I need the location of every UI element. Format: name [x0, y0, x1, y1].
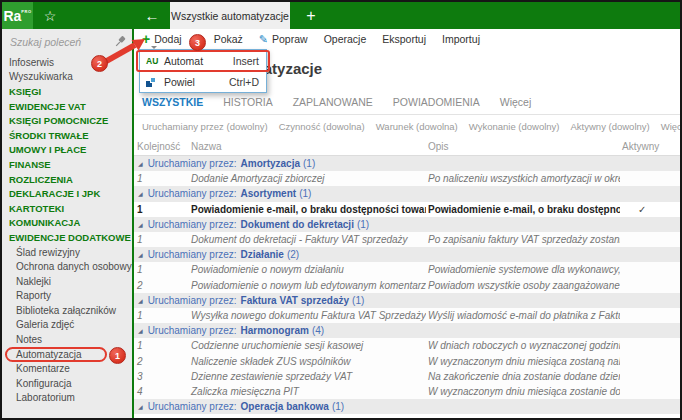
sidebar-item-slad-rewizyjny[interactable]: Ślad rewizyjny — [2, 245, 132, 260]
collapse-triangle-icon[interactable]: ◢ — [138, 403, 143, 410]
sidebar-item-raporty[interactable]: Raporty — [2, 289, 132, 304]
cell-opis: W wyznaczonym dniu miesiąca zostanie dod… — [426, 386, 620, 397]
group-row-dokument-do-dekretacji[interactable]: ◢Uruchamiany przez:Dokument do dekretacj… — [134, 217, 682, 232]
sidebar-item-kartoteki[interactable]: KARTOTEKI — [2, 201, 132, 216]
sidebar-item-ksie-gi-pomocnicze[interactable]: KSIĘGI POMOCNICZE — [2, 113, 132, 128]
table-row[interactable]: 1Powiadomienie o nowym działaniuPowiadom… — [134, 262, 682, 277]
dropdown-item-powiel[interactable]: PowielCtrl+D — [140, 71, 266, 92]
cell-nazwa: Codzienne uruchomienie sesji kasowej — [189, 340, 426, 351]
tab-historia[interactable]: HISTORIA — [223, 96, 272, 108]
sidebar-item-komentarze[interactable]: Komentarze — [2, 361, 132, 376]
favorites-star-icon[interactable]: ☆ — [33, 2, 67, 29]
pin-icon[interactable] — [115, 33, 126, 51]
group-row-harmonogram[interactable]: ◢Uruchamiany przez:Harmonogram(4) — [134, 323, 682, 338]
sidebar-item-deklaracje-i-jpk[interactable]: DEKLARACJE I JPK — [2, 186, 132, 201]
toolbar-dodaj-button[interactable]: +Dodaj — [142, 32, 182, 46]
new-tab-button[interactable]: + — [298, 2, 324, 29]
table-row[interactable]: 4Zaliczka miesięczna PITW wyznaczonym dn… — [134, 384, 682, 399]
group-name: Działanie — [241, 249, 284, 260]
group-name: Dokument do dekretacji — [241, 219, 354, 230]
filter-warunek-dowolna[interactable]: Warunek (dowolna) — [376, 121, 458, 132]
sidebar-item-notes[interactable]: Notes — [2, 332, 132, 347]
collapse-triangle-icon[interactable]: ◢ — [138, 327, 143, 334]
group-prefix: Uruchamiany przez: — [148, 325, 237, 336]
tab-wszystkie-automatyzacje[interactable]: Wszystkie automatyzacje — [170, 2, 290, 29]
tab-powiadomienia[interactable]: POWIADOMIENIA — [393, 96, 480, 108]
collapse-triangle-icon[interactable]: ◢ — [138, 160, 143, 167]
collapse-triangle-icon[interactable]: ◢ — [138, 251, 143, 258]
plus-icon: + — [142, 32, 150, 46]
sidebar-item-ewidencje-dodatkowe[interactable]: EWIDENCJE DODATKOWE — [2, 230, 132, 245]
group-count: (1) — [332, 401, 344, 412]
collapse-triangle-icon[interactable]: ◢ — [138, 297, 143, 304]
cell-nazwa: Zaliczka miesięczna PIT — [189, 386, 426, 397]
sidebar-item-komunikacja[interactable]: KOMUNIKACJA — [2, 216, 132, 231]
annotation-step-1-number: 1 — [115, 351, 120, 361]
view-tabs: WSZYSTKIEHISTORIAZAPLANOWANEPOWIADOMIENI… — [134, 90, 682, 115]
command-search-input[interactable] — [8, 35, 113, 49]
cell-nazwa: Dzienne zestawienie sprzedaży VAT — [189, 371, 426, 382]
sidebar-item-galeria-zdje-c[interactable]: Galeria zdjęć — [2, 318, 132, 333]
group-row-dzialanie[interactable]: ◢Uruchamiany przez:Działanie(2) — [134, 247, 682, 262]
tab-wszystkie[interactable]: WSZYSTKIE — [142, 96, 203, 108]
group-row-amortyzacja[interactable]: ◢Uruchamiany przez:Amortyzacja(1) — [134, 156, 682, 171]
table-row[interactable]: 2Naliczenie składek ZUS wspólnikówW wyzn… — [134, 353, 682, 368]
table-row[interactable]: 1Dokument do dekretacji - Faktury VAT sp… — [134, 232, 682, 247]
table-row[interactable]: 2Powiadomienie o nowym lub edytowanym ko… — [134, 278, 682, 293]
sidebar-item-ochrona-danych-osobowych[interactable]: Ochrona danych osobowych — [2, 259, 132, 274]
cell-kolejnosc: 1 — [134, 340, 189, 351]
table-row[interactable]: 1Dodanie Amortyzacji zbiorczejPo nalicze… — [134, 171, 682, 186]
group-count: (4) — [312, 325, 324, 336]
table-row[interactable]: 1Wysyłka nowego dokumentu Faktura VAT Sp… — [134, 308, 682, 323]
column-header-aktywny[interactable]: Aktywny — [620, 141, 680, 152]
filter-wie-cej[interactable]: Więcej — [661, 121, 682, 132]
sidebar-item-srodki-trwale[interactable]: ŚRODKI TRWAŁE — [2, 128, 132, 143]
sidebar-item-wyszukiwarka[interactable]: Wyszukiwarka — [2, 70, 132, 85]
sidebar-item-umowy-i-place[interactable]: UMOWY I PŁACE — [2, 143, 132, 158]
filter-wykonanie-dowolny[interactable]: Wykonanie (dowolny) — [469, 121, 560, 132]
sidebar-item-infoserwis[interactable]: Infoserwis — [2, 55, 132, 70]
sidebar-item-laboratorium[interactable]: Laboratorium — [2, 391, 132, 406]
sidebar-item-naklejki[interactable]: Naklejki — [2, 274, 132, 289]
collapse-triangle-icon[interactable]: ◢ — [138, 221, 143, 228]
group-row-faktura-vat-sprzedazy[interactable]: ◢Uruchamiany przez:Faktura VAT sprzedaży… — [134, 293, 682, 308]
toolbar-operacje-button[interactable]: Operacje — [324, 33, 367, 45]
table-row[interactable]: 1Codzienne uruchomienie sesji kasowejW d… — [134, 338, 682, 353]
sidebar-item-konfiguracja[interactable]: Konfiguracja — [2, 376, 132, 391]
cell-opis: Na zakończenie dnia zostanie dodane dzie… — [426, 371, 620, 382]
tab-wie-cej[interactable]: Więcej — [500, 96, 532, 108]
column-header-opis[interactable]: Opis — [426, 141, 620, 152]
column-header-kolejnosc[interactable]: Kolejność — [134, 141, 189, 152]
table-row[interactable]: 1Powiadomienie e-mail, o braku dostępnoś… — [134, 202, 682, 217]
tab-title: Wszystkie automatyzacje — [171, 10, 289, 22]
back-arrow-icon: ← — [145, 7, 160, 24]
toolbar-eksportuj-button[interactable]: Eksportuj — [382, 33, 426, 45]
app-logo[interactable]: RaPRO — [2, 2, 33, 29]
filter-uruchamiany-przez-dowolny[interactable]: Uruchamiany przez (dowolny) — [142, 121, 268, 132]
collapse-triangle-icon[interactable]: ◢ — [138, 190, 143, 197]
column-header-nazwa[interactable]: Nazwa — [189, 141, 426, 152]
table-row[interactable]: 3Dzienne zestawienie sprzedaży VATNa zak… — [134, 369, 682, 384]
group-name: Asortyment — [241, 188, 297, 199]
toolbar-popraw-button[interactable]: ✎Popraw — [259, 33, 308, 45]
table-body: ◢Uruchamiany przez:Amortyzacja(1)1Dodani… — [134, 156, 682, 418]
cell-nazwa: Wysyłka nowego dokumentu Faktura VAT Spr… — [189, 310, 426, 321]
group-row-asortyment[interactable]: ◢Uruchamiany przez:Asortyment(1) — [134, 186, 682, 201]
copy-square-front — [150, 77, 156, 83]
sidebar-item-ksie-gi[interactable]: KSIĘGI — [2, 84, 132, 99]
back-button[interactable]: ← — [140, 2, 164, 29]
sidebar-item-rozliczenia[interactable]: ROZLICZENIA — [2, 172, 132, 187]
filter-aktywny-dowolny[interactable]: Aktywny (dowolny) — [571, 121, 650, 132]
sidebar-item-biblioteka-zala-cznikow[interactable]: Biblioteka załączników — [2, 303, 132, 318]
group-count: (2) — [287, 249, 299, 260]
cell-kolejnosc: 2 — [134, 280, 189, 291]
table-header: KolejnośćNazwaOpisAktywny — [134, 137, 682, 156]
filter-czynnosc-dowolna[interactable]: Czynność (dowolna) — [279, 121, 365, 132]
sidebar-item-ewidencje-vat[interactable]: EWIDENCJE VAT — [2, 99, 132, 114]
group-row-operacja-bankowa[interactable]: ◢Uruchamiany przez:Operacja bankowa(1) — [134, 399, 682, 414]
sidebar-item-finanse[interactable]: FINANSE — [2, 157, 132, 172]
cell-nazwa: Dodanie Amortyzacji zbiorczej — [189, 173, 426, 184]
toolbar-importuj-button[interactable]: Importuj — [442, 33, 480, 45]
annotation-step-2-number: 2 — [97, 59, 102, 69]
tab-zaplanowane[interactable]: ZAPLANOWANE — [293, 96, 373, 108]
